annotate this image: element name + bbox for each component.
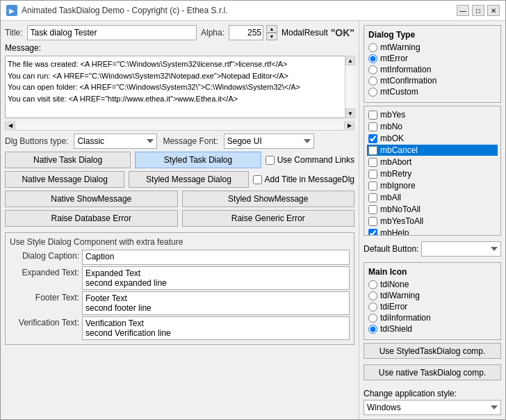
cb-mbYes: mbYes — [367, 109, 498, 120]
radio-mtConfirmation: mtConfirmation — [368, 76, 496, 86]
use-native-taskdialog-button[interactable]: Use native TaskDialog comp. — [364, 364, 501, 380]
style-section: Use Style Dialog Component with extra fe… — [5, 232, 354, 345]
styled-task-dialog-button[interactable]: Styled Task Dialog — [135, 152, 261, 168]
cb-mbOK: mbOK — [367, 133, 498, 144]
left-panel: Title: Alpha: ▲ ▼ ModalResult "OK" — [1, 21, 359, 419]
dialog-caption-label: Dialog Caption: — [10, 250, 79, 261]
button-row-1: Native Task Dialog Styled Task Dialog Us… — [5, 152, 354, 168]
radio-mtCustom: mtCustom — [368, 87, 496, 97]
main-content: Title: Alpha: ▲ ▼ ModalResult "OK" — [1, 21, 505, 419]
cb-mbNo: mbNo — [367, 121, 498, 132]
verification-text-field: Verification Text: Verification Textseco… — [10, 316, 350, 340]
message-font-dropdown[interactable]: Segoe UI — [224, 134, 314, 149]
native-message-dialog-button[interactable]: Native Message Dialog — [5, 171, 124, 188]
modal-result-value: "OK" — [331, 27, 354, 38]
add-title-checkbox[interactable]: Add Title in MessageDlg — [253, 175, 354, 184]
change-style-dropdown[interactable]: Windows — [364, 400, 501, 415]
cb-mbIgnore: mbIgnore — [367, 180, 498, 191]
use-command-links-checkbox[interactable]: Use Command Links — [266, 155, 354, 165]
dialog-type-title: Dialog Type — [368, 30, 496, 40]
style-fields: Dialog Caption: Caption Expanded Text: E… — [10, 250, 350, 340]
alpha-row: ▲ ▼ — [229, 25, 277, 40]
titlebar-left: ▶ Animated TaskDialog Demo - Copyright (… — [6, 5, 228, 16]
radio-mtError: mtError — [368, 54, 496, 63]
change-style-label: Change application style: — [364, 389, 501, 398]
native-task-dialog-button[interactable]: Native Task Dialog — [5, 152, 131, 168]
scroll-left-button[interactable]: ◀ — [6, 121, 15, 131]
cb-mbNoToAll: mbNoToAll — [367, 204, 498, 215]
footer-text-label: Footer Text: — [10, 291, 79, 302]
modal-result-label: ModalResult — [281, 28, 328, 38]
style-section-title: Use Style Dialog Component with extra fe… — [10, 237, 350, 247]
titlebar-title: Animated TaskDialog Demo - Copyright (c)… — [22, 6, 228, 15]
minimize-button[interactable]: — — [457, 5, 469, 16]
button-row-4: Raise Database Error Raise Generic Error — [5, 210, 354, 227]
message-area-wrapper: The file was created: <A HREF="C:\Window… — [5, 56, 354, 118]
cb-mbYesToAll: mbYesToAll — [367, 216, 498, 227]
alpha-spinner: ▲ ▼ — [266, 25, 277, 40]
buttons-font-row: Dlg Buttons type: Classic Message Font: … — [5, 134, 354, 149]
dlg-buttons-label: Dlg Buttons type: — [5, 136, 68, 146]
raise-generic-error-button[interactable]: Raise Generic Error — [182, 210, 355, 227]
maximize-button[interactable]: □ — [472, 5, 484, 16]
dialog-caption-field: Dialog Caption: Caption — [10, 250, 350, 265]
footer-text-field: Footer Text: Footer Textsecond footer li… — [10, 291, 350, 315]
dialog-caption-input[interactable]: Caption — [82, 250, 350, 265]
checkbox-list: mbYes mbNo mbOK mbCancel mbAbort mbRetry — [364, 106, 501, 236]
styled-show-message-button[interactable]: Styled ShowMessage — [182, 191, 355, 207]
styled-message-dialog-button[interactable]: Styled Message Dialog — [129, 171, 248, 188]
alpha-input[interactable] — [229, 25, 263, 40]
title-row: Title: Alpha: ▲ ▼ ModalResult "OK" — [5, 25, 354, 40]
change-style-section: Change application style: Windows — [364, 389, 501, 415]
default-button-dropdown[interactable] — [421, 241, 501, 257]
cb-mbAbort: mbAbort — [367, 156, 498, 168]
raise-database-error-button[interactable]: Raise Database Error — [5, 210, 178, 227]
radio-tdiNone: tdiNone — [368, 280, 496, 289]
scroll-up-button[interactable]: ▲ — [345, 56, 355, 65]
use-styled-taskdialog-button[interactable]: Use StyledTaskDialog comp. — [364, 343, 501, 359]
expanded-text-field: Expanded Text: Expanded Textsecond expan… — [10, 266, 350, 290]
main-icon-box: Main Icon tdiNone tdiWarning tdiError td… — [364, 262, 501, 340]
message-label: Message: — [5, 43, 354, 53]
scroll-down-button[interactable]: ▼ — [345, 108, 355, 118]
message-vscrollbar[interactable]: ▲ ▼ — [345, 56, 354, 118]
button-row-3: Native ShowMessage Styled ShowMessage — [5, 191, 354, 207]
titlebar-controls: — □ ✕ — [457, 5, 500, 16]
alpha-down-button[interactable]: ▼ — [266, 33, 277, 40]
main-icon-title: Main Icon — [368, 267, 496, 277]
dialog-type-box: Dialog Type mtWarning mtError mtInformat… — [364, 25, 501, 103]
cb-mbRetry: mbRetry — [367, 168, 498, 179]
app-icon: ▶ — [6, 5, 17, 16]
message-text: The file was created: <A HREF="C:\Window… — [5, 56, 354, 118]
scroll-track — [345, 65, 354, 108]
close-button[interactable]: ✕ — [487, 5, 500, 16]
radio-tdiWarning: tdiWarning — [368, 291, 496, 300]
footer-text-input[interactable]: Footer Textsecond footer line — [82, 291, 350, 315]
dlg-buttons-dropdown[interactable]: Classic — [74, 134, 157, 149]
default-button-label: Default Button: — [364, 244, 418, 254]
expanded-text-label: Expanded Text: — [10, 266, 79, 277]
radio-mtInformation: mtInformation — [368, 65, 496, 74]
verification-text-input[interactable]: Verification Textsecond Verification lin… — [82, 316, 350, 340]
right-panel: Dialog Type mtWarning mtError mtInformat… — [359, 21, 505, 419]
cb-mbAll: mbAll — [367, 192, 498, 203]
radio-tdiInformation: tdiInformation — [368, 313, 496, 323]
radio-mtWarning: mtWarning — [368, 42, 496, 52]
cb-mbCancel[interactable]: mbCancel — [367, 145, 498, 156]
alpha-up-button[interactable]: ▲ — [266, 25, 277, 33]
verification-text-label: Verification Text: — [10, 316, 79, 328]
native-show-message-button[interactable]: Native ShowMessage — [5, 191, 178, 207]
title-label: Title: — [5, 28, 23, 38]
alpha-label: Alpha: — [201, 28, 225, 38]
cb-mbHelp: mbHelp — [367, 227, 498, 236]
titlebar: ▶ Animated TaskDialog Demo - Copyright (… — [1, 1, 505, 21]
default-button-row: Default Button: — [364, 241, 501, 257]
title-input[interactable] — [27, 25, 197, 40]
main-window: ▶ Animated TaskDialog Demo - Copyright (… — [0, 0, 506, 420]
radio-tdiError: tdiError — [368, 302, 496, 312]
expanded-text-input[interactable]: Expanded Textsecond expanded line — [82, 266, 350, 290]
scroll-right-button[interactable]: ▶ — [344, 121, 354, 131]
button-row-2: Native Message Dialog Styled Message Dia… — [5, 171, 354, 188]
message-hscrollbar[interactable]: ◀ ▶ — [5, 121, 354, 131]
radio-tdiShield: tdiShield — [368, 324, 496, 334]
